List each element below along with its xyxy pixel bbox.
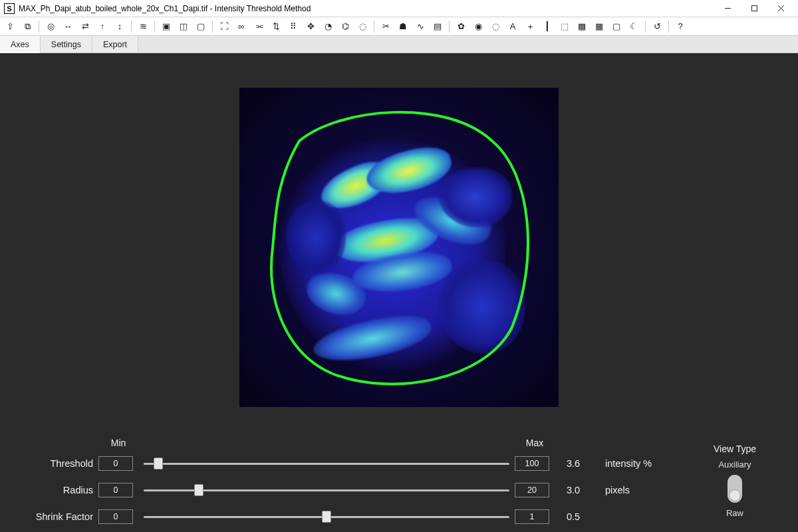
upload-icon[interactable]: ⇧ bbox=[4, 21, 16, 33]
ruler-icon[interactable]: ┃ bbox=[541, 21, 553, 33]
slider-thumb[interactable] bbox=[322, 511, 331, 523]
slider-row-radius: Radius 3.0 pixels bbox=[13, 483, 685, 497]
clipboard-icon[interactable]: ▤ bbox=[432, 21, 444, 33]
slider-track[interactable] bbox=[144, 456, 509, 471]
slider-label: Shrink Factor bbox=[13, 511, 93, 522]
dashed-box-icon[interactable]: ⬚ bbox=[559, 21, 571, 33]
wrench-icon[interactable]: ✂ bbox=[380, 21, 392, 33]
slider-readout: 3.6 bbox=[560, 458, 600, 469]
slider-label: Radius bbox=[13, 485, 93, 495]
tab-settings[interactable]: Settings bbox=[41, 36, 92, 53]
window-controls bbox=[714, 1, 794, 17]
slider-headers: Min Max bbox=[13, 438, 685, 448]
view-type-toggle[interactable] bbox=[728, 475, 742, 503]
plus-icon[interactable]: ＋ bbox=[524, 21, 536, 33]
view-option-auxiliary: Auxiliary bbox=[718, 460, 751, 469]
pulse-icon[interactable]: ∿ bbox=[414, 21, 426, 33]
selection-icon[interactable]: ◌ bbox=[356, 21, 368, 33]
arrow-both-v-icon[interactable]: ↕ bbox=[114, 21, 126, 33]
atom-icon[interactable]: ⌬ bbox=[339, 21, 351, 33]
controls-panel: Min Max Threshold 3.6 intensity % Radius… bbox=[0, 435, 798, 532]
slider-readout: 0.5 bbox=[560, 511, 600, 522]
square-frame-icon[interactable]: ▢ bbox=[195, 21, 207, 33]
target-icon[interactable]: ◎ bbox=[45, 21, 57, 33]
slider-thumb[interactable] bbox=[194, 484, 203, 496]
view-type-panel: View Type Auxiliary Raw bbox=[685, 438, 785, 524]
tab-export[interactable]: Export bbox=[92, 36, 138, 53]
slider-thumb[interactable] bbox=[154, 458, 163, 469]
slider-label: Threshold bbox=[13, 458, 93, 469]
window-title: MAX_Ph_Dapi_atub_boiled_whole_20x_Ch1_Da… bbox=[19, 4, 714, 13]
tab-bar: AxesSettingsExport bbox=[0, 36, 798, 53]
view-type-title: View Type bbox=[714, 444, 756, 454]
square-dot-icon[interactable]: ▣ bbox=[160, 21, 172, 33]
swap-v-icon[interactable]: ⇅ bbox=[270, 21, 282, 33]
toolbar-separator bbox=[131, 21, 132, 33]
min-input[interactable] bbox=[98, 509, 133, 524]
overlap-icon[interactable]: ◉ bbox=[472, 21, 484, 33]
image-viewer[interactable] bbox=[0, 53, 798, 435]
toolbar-separator bbox=[39, 21, 39, 33]
main-panel: Min Max Threshold 3.6 intensity % Radius… bbox=[0, 53, 798, 532]
box-arrow-icon[interactable]: ⧉ bbox=[21, 21, 33, 33]
image-icon[interactable]: ▩ bbox=[576, 21, 588, 33]
slider-unit: pixels bbox=[605, 485, 685, 495]
text-a-icon[interactable]: A bbox=[507, 21, 519, 33]
close-button[interactable] bbox=[767, 1, 794, 17]
slider-readout: 3.0 bbox=[560, 485, 600, 495]
crop-icon[interactable]: ⛶ bbox=[218, 21, 230, 33]
box-outline-icon[interactable]: ▢ bbox=[610, 21, 622, 33]
microscopy-image bbox=[239, 88, 559, 407]
min-input[interactable] bbox=[98, 483, 133, 497]
view-option-raw: Raw bbox=[726, 508, 743, 518]
square-center-icon[interactable]: ◫ bbox=[178, 21, 190, 33]
grid-icon[interactable]: ▦ bbox=[593, 21, 605, 33]
slider-row-shrink-factor: Shrink Factor 0.5 bbox=[13, 509, 685, 524]
palette-icon[interactable]: ✿ bbox=[455, 21, 467, 33]
slider-track[interactable] bbox=[144, 509, 509, 524]
roi-outline bbox=[259, 101, 539, 394]
help-icon[interactable]: ? bbox=[674, 21, 686, 33]
svg-rect-1 bbox=[751, 6, 757, 11]
slider-unit: intensity % bbox=[605, 458, 685, 469]
arrow-up-icon[interactable]: ↑ bbox=[96, 21, 108, 33]
toolbar-separator bbox=[668, 21, 669, 33]
layers-icon[interactable]: ≋ bbox=[137, 21, 149, 33]
slider-stack: Min Max Threshold 3.6 intensity % Radius… bbox=[13, 438, 685, 524]
maximize-button[interactable] bbox=[741, 1, 767, 17]
link-icon[interactable]: ∞ bbox=[235, 21, 247, 33]
slider-row-threshold: Threshold 3.6 intensity % bbox=[13, 456, 685, 471]
arrow-both-h-icon[interactable]: ↔ bbox=[62, 21, 74, 33]
min-input[interactable] bbox=[98, 456, 133, 471]
chain-icon[interactable]: ⫘ bbox=[253, 21, 265, 33]
dashed-circle-icon[interactable]: ◌ bbox=[489, 21, 501, 33]
droplet-icon[interactable]: ◔ bbox=[322, 21, 334, 33]
arrow-both-h2-icon[interactable]: ⇄ bbox=[79, 21, 91, 33]
toolbar-separator bbox=[374, 21, 374, 33]
moon-icon[interactable]: ☾ bbox=[628, 21, 640, 33]
minimize-button[interactable] bbox=[714, 1, 741, 17]
toggle-knob bbox=[729, 489, 741, 501]
toolbar-separator bbox=[645, 21, 646, 33]
min-header: Min bbox=[98, 438, 138, 448]
max-input[interactable] bbox=[515, 483, 549, 497]
compass-icon[interactable]: ✥ bbox=[305, 21, 317, 33]
slider-track[interactable] bbox=[144, 483, 509, 497]
max-input[interactable] bbox=[515, 456, 549, 471]
toolbar-separator bbox=[212, 21, 213, 33]
undo-icon[interactable]: ↺ bbox=[651, 21, 663, 33]
tab-axes[interactable]: Axes bbox=[0, 36, 41, 53]
shield-icon[interactable]: ☗ bbox=[397, 21, 409, 33]
max-input[interactable] bbox=[515, 509, 549, 524]
toolbar-separator bbox=[154, 21, 155, 33]
titlebar: S MAX_Ph_Dapi_atub_boiled_whole_20x_Ch1_… bbox=[0, 0, 798, 17]
dots-icon[interactable]: ⠿ bbox=[287, 21, 299, 33]
app-icon: S bbox=[4, 3, 15, 14]
toolbar: ⇧⧉◎↔⇄↑↕≋▣◫▢⛶∞⫘⇅⠿✥◔⌬◌✂☗∿▤✿◉◌A＋┃⬚▩▦▢☾↺? bbox=[0, 17, 798, 36]
toolbar-separator bbox=[449, 21, 450, 33]
max-header: Max bbox=[515, 438, 555, 448]
